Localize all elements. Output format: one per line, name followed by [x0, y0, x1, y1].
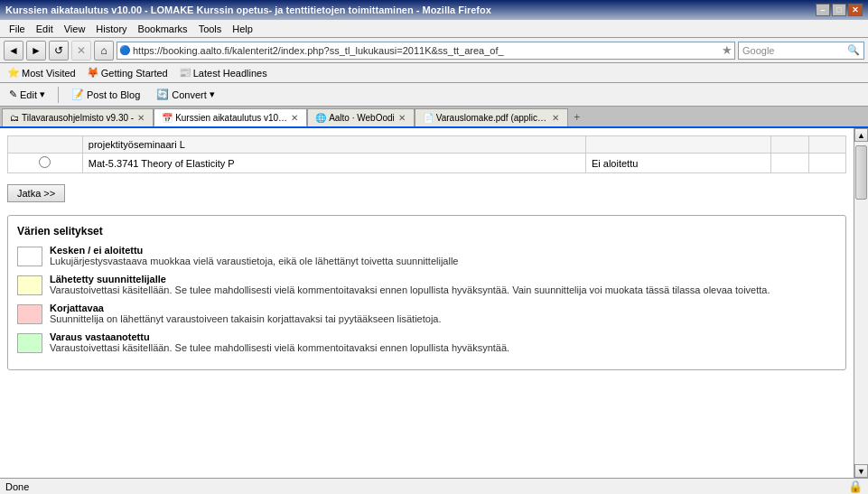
table-cell-col4-2 — [808, 154, 845, 173]
search-placeholder: Google — [742, 45, 847, 56]
legend-title-kesken: Kesken / ei aloitettu — [50, 245, 458, 256]
table-cell-radio-1 — [8, 136, 83, 154]
table-cell-radio-2[interactable] — [8, 154, 83, 173]
post-to-blog-icon: 📝 — [71, 89, 84, 100]
tab-tilavaraus[interactable]: 🗂 Tilavarausohjelmisto v9.30 - ✕ — [2, 108, 154, 126]
legend-color-korjattavaa — [17, 304, 42, 324]
legend-item-lahetetty: Lähetetty suunnittelijalle Varaustoivett… — [17, 274, 836, 295]
legend-text-kesken: Kesken / ei aloitettu Lukujärjestysvasta… — [50, 245, 458, 266]
menu-file[interactable]: File — [4, 23, 31, 35]
table-cell-col2-1 — [585, 136, 770, 154]
search-bar[interactable]: Google 🔍 — [738, 42, 864, 60]
post-to-blog-button[interactable]: 📝 Post to Blog — [66, 86, 145, 103]
toolbar-bar: ✎ Edit ▾ 📝 Post to Blog 🔄 Convert ▾ — [0, 83, 868, 107]
reload-button[interactable]: ↺ — [49, 41, 69, 61]
search-icon[interactable]: 🔍 — [847, 44, 860, 56]
forward-button[interactable]: ► — [26, 41, 46, 61]
bookmark-getting-started-label: Getting Started — [101, 68, 168, 79]
tab-tilavaraus-icon: 🗂 — [10, 113, 19, 123]
menu-view[interactable]: View — [59, 23, 91, 35]
legend-desc-vastaanotettu: Varaustoivettasi käsitellään. Se tulee m… — [50, 342, 509, 353]
legend-text-vastaanotettu: Varaus vastaanotettu Varaustoivettasi kä… — [50, 331, 509, 353]
convert-label: Convert — [172, 89, 207, 100]
convert-button[interactable]: 🔄 Convert ▾ — [151, 86, 220, 103]
maximize-button[interactable]: □ — [832, 4, 846, 16]
tab-webOodi[interactable]: 🌐 Aalto · WebOodi ✕ — [307, 108, 415, 126]
edit-button[interactable]: ✎ Edit ▾ — [4, 86, 51, 103]
address-text: https://booking.aalto.fi/kalenterit2/ind… — [133, 45, 719, 56]
menu-bookmarks[interactable]: Bookmarks — [133, 23, 193, 35]
table-cell-col3-2 — [771, 154, 808, 173]
content-wrapper: projektityöseminaari L Mat-5.3741 Theory… — [0, 128, 868, 478]
tab-kurssien-label: Kurssien aikataulutus v10.00... — [175, 113, 287, 123]
tab-tilavaraus-label: Tilavarausohjelmisto v9.30 - — [22, 113, 134, 123]
menu-edit[interactable]: Edit — [31, 23, 59, 35]
bookmark-star-icon[interactable]: ★ — [722, 43, 733, 57]
legend-title-lahetetty: Lähetetty suunnittelijalle — [50, 274, 770, 284]
scrollbar-vertical[interactable]: ▲ ▼ — [854, 128, 868, 478]
legend-text-lahetetty: Lähetetty suunnittelijalle Varaustoivett… — [50, 274, 770, 295]
convert-dropdown-icon: ▾ — [210, 89, 215, 100]
edit-label: Edit — [20, 89, 37, 100]
table-row: projektityöseminaari L — [8, 136, 846, 154]
bookmarks-bar: ⭐ Most Visited 🦊 Getting Started 📰 Lates… — [0, 63, 868, 83]
scroll-down-button[interactable]: ▼ — [854, 464, 868, 478]
legend-color-vastaanotettu — [17, 333, 42, 353]
status-bar: Done 🔒 — [0, 478, 868, 494]
table-cell-col4-1 — [808, 136, 845, 154]
legend-item-vastaanotettu: Varaus vastaanotettu Varaustoivettasi kä… — [17, 331, 836, 353]
title-bar: Kurssien aikataulutus v10.00 - LOMAKE Ku… — [0, 0, 868, 20]
tab-varauslomake-icon: 📄 — [423, 113, 434, 123]
tab-kurssien-close[interactable]: ✕ — [290, 113, 299, 123]
stop-button[interactable]: ✕ — [71, 41, 91, 61]
address-bar[interactable]: 🔵 https://booking.aalto.fi/kalenterit2/i… — [117, 42, 735, 60]
legend-desc-lahetetty: Varaustoivettasi käsitellään. Se tulee m… — [50, 284, 770, 295]
scroll-thumb[interactable] — [855, 145, 867, 200]
page-inner: projektityöseminaari L Mat-5.3741 Theory… — [0, 128, 854, 377]
toolbar-separator-1 — [58, 87, 59, 103]
menu-tools[interactable]: Tools — [193, 23, 228, 35]
table-cell-name-2: Mat-5.3741 Theory of Elasticity P — [82, 154, 585, 173]
tab-webOodi-label: Aalto · WebOodi — [329, 113, 395, 123]
tab-tilavaraus-close[interactable]: ✕ — [136, 113, 145, 123]
minimize-button[interactable]: – — [816, 4, 830, 16]
legend-color-lahetetty — [17, 275, 42, 295]
back-button[interactable]: ◄ — [4, 41, 23, 61]
menu-bar: File Edit View History Bookmarks Tools H… — [0, 20, 868, 38]
firefox-icon: 🦊 — [87, 67, 99, 79]
menu-history[interactable]: History — [90, 23, 132, 35]
lock-icon: 🔒 — [848, 480, 863, 493]
bookmark-most-visited[interactable]: ⭐ Most Visited — [4, 66, 79, 79]
new-tab-button[interactable]: + — [568, 108, 586, 126]
legend-color-kesken — [17, 247, 42, 266]
close-button[interactable]: ✕ — [848, 4, 863, 16]
scroll-up-button[interactable]: ▲ — [854, 128, 868, 142]
legend-item-kesken: Kesken / ei aloitettu Lukujärjestysvasta… — [17, 245, 836, 266]
home-button[interactable]: ⌂ — [94, 41, 114, 61]
bookmark-getting-started[interactable]: 🦊 Getting Started — [83, 66, 172, 79]
post-to-blog-label: Post to Blog — [87, 89, 140, 100]
table-cell-col3-1 — [771, 136, 808, 154]
status-text: Done — [5, 481, 29, 492]
row-radio-button[interactable] — [39, 156, 51, 168]
jatka-button[interactable]: Jatka >> — [7, 184, 65, 202]
bookmark-latest-headlines[interactable]: 📰 Latest Headlines — [175, 66, 271, 79]
tab-kurssien-icon: 📅 — [162, 113, 173, 123]
title-bar-buttons: – □ ✕ — [816, 4, 863, 16]
legend-box: Värien selitykset Kesken / ei aloitettu … — [7, 215, 846, 370]
menu-help[interactable]: Help — [227, 23, 258, 35]
tab-kurssien[interactable]: 📅 Kurssien aikataulutus v10.00... ✕ — [154, 108, 307, 126]
browser-window: Kurssien aikataulutus v10.00 - LOMAKE Ku… — [0, 0, 868, 494]
tab-varauslomake-label: Varauslomake.pdf (application... — [436, 113, 548, 123]
legend-desc-korjattavaa: Suunnittelija on lähettänyt varaustoivee… — [50, 313, 442, 324]
legend-title-korjattavaa: Korjattavaa — [50, 303, 442, 313]
edit-icon: ✎ — [9, 89, 17, 100]
legend-title-vastaanotettu: Varaus vastaanotettu — [50, 331, 509, 342]
tabs-bar: 🗂 Tilavarausohjelmisto v9.30 - ✕ 📅 Kurss… — [0, 107, 868, 128]
convert-icon: 🔄 — [156, 89, 169, 100]
tab-varauslomake-close[interactable]: ✕ — [551, 113, 560, 123]
legend-desc-kesken: Lukujärjestysvastaava muokkaa vielä vara… — [50, 256, 458, 266]
news-icon: 📰 — [179, 67, 191, 79]
tab-varauslomake[interactable]: 📄 Varauslomake.pdf (application... ✕ — [415, 108, 568, 126]
tab-webOodi-close[interactable]: ✕ — [397, 113, 406, 123]
